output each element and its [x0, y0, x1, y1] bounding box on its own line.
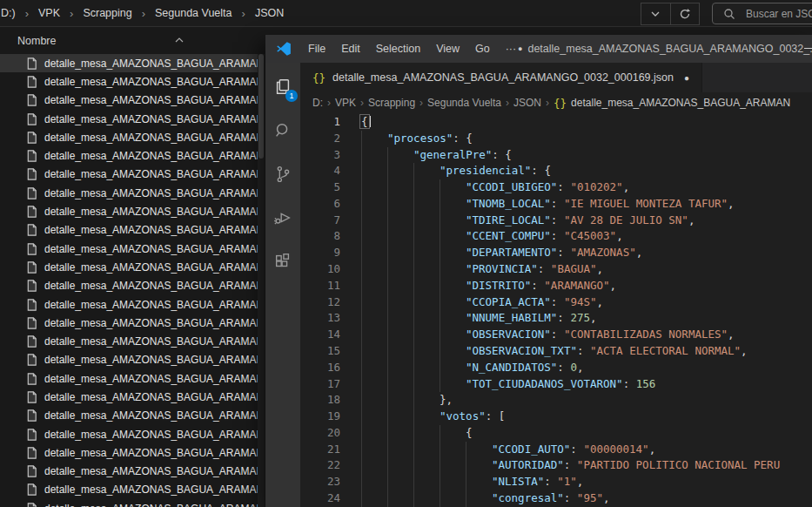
code-line[interactable]: 8"CCENT_COMPU": "C45003", — [300, 228, 812, 245]
extensions-icon[interactable] — [272, 251, 293, 272]
file-row[interactable]: detalle_mesa_AMAZONAS_BAGUA_ARAMANGO_ — [0, 351, 258, 369]
token-pn: , — [590, 311, 597, 324]
search-icon — [723, 8, 735, 20]
token-pn: : — [564, 491, 577, 504]
crumb-file-name[interactable]: detalle_mesa_AMAZONAS_BAGUA_ARAMAN — [571, 97, 790, 109]
token-key: "NLISTA" — [492, 475, 544, 488]
code-line[interactable]: 24"congresal": "95", — [300, 490, 812, 507]
file-row[interactable]: detalle_mesa_AMAZONAS_BAGUA_ARAMANGO_ — [0, 481, 258, 499]
breadcrumb-item-vpk[interactable]: VPK — [37, 6, 62, 20]
file-row[interactable]: detalle_mesa_AMAZONAS_BAGUA_ARAMANGO_ — [0, 166, 258, 184]
code-line[interactable]: 18}, — [300, 392, 812, 409]
file-list-scrollbar[interactable] — [258, 54, 265, 507]
crumb-vpk[interactable]: VPK — [335, 97, 356, 109]
file-icon — [25, 260, 38, 274]
code-line[interactable]: 5"CCODI_UBIGEO": "010202", — [300, 179, 812, 196]
crumb-drive[interactable]: D: — [312, 97, 323, 109]
file-icon — [25, 298, 38, 312]
file-icon — [25, 428, 38, 442]
token-key: "CCODI_UBIGEO" — [466, 180, 557, 193]
code-line[interactable]: 12"CCOPIA_ACTA": "94S", — [300, 294, 812, 311]
file-row[interactable]: detalle_mesa_AMAZONAS_BAGUA_ARAMANGO_ — [0, 91, 258, 110]
search-view-icon[interactable] — [272, 120, 293, 141]
token-pn: : — [551, 229, 564, 242]
file-row[interactable]: detalle_mesa_AMAZONAS_BAGUA_ARAMANGO_ — [0, 277, 258, 295]
indent-guides — [361, 442, 492, 458]
menu-edit[interactable]: Edit — [333, 35, 368, 63]
source-control-icon[interactable] — [272, 164, 293, 185]
refresh-button[interactable] — [670, 3, 700, 24]
scrollbar-thumb[interactable] — [258, 54, 264, 159]
code-line[interactable]: 10"PROVINCIA": "BAGUA", — [300, 261, 812, 278]
code-line[interactable]: 1{ — [300, 114, 812, 131]
file-row[interactable]: detalle_mesa_AMAZONAS_BAGUA_ARAMANGO_ — [0, 295, 258, 314]
file-row[interactable]: detalle_mesa_AMAZONAS_BAGUA_ARAMANGO_ — [0, 184, 258, 202]
tab-modified-dot-icon[interactable]: ● — [684, 73, 689, 83]
file-row[interactable]: detalle_mesa_AMAZONAS_BAGUA_ARAMANGO_ — [0, 146, 258, 165]
explorer-view-icon[interactable]: 1 — [272, 77, 293, 98]
address-dropdown-button[interactable] — [641, 3, 670, 24]
vscode-title-bar: File Edit Selection View Go ··· ● detall… — [265, 35, 812, 63]
line-number: 12 — [300, 294, 361, 311]
code-line[interactable]: 16"N_CANDIDATOS": 0, — [300, 360, 812, 376]
breadcrumb-item-segunda-vuelta[interactable]: Segunda Vuelta — [153, 6, 234, 20]
code-line[interactable]: 7"TDIRE_LOCAL": "AV 28 DE JULIO SN", — [300, 213, 812, 229]
code-line[interactable]: 14"OBSERVACION": "CONTABILIZADAS NORMALE… — [300, 327, 812, 343]
breadcrumb-item-drive[interactable]: D:) — [0, 6, 17, 20]
token-num: 275 — [570, 311, 590, 324]
crumb-segunda-vuelta[interactable]: Segunda Vuelta — [427, 97, 501, 109]
file-row[interactable]: detalle_mesa_AMAZONAS_BAGUA_ARAMANGO_ — [0, 388, 258, 406]
file-row[interactable]: detalle_mesa_AMAZONAS_BAGUA_ARAMANGO_ — [0, 332, 258, 350]
file-row[interactable]: detalle_mesa_AMAZONAS_BAGUA_ARAMANGO_ — [0, 463, 258, 481]
file-row[interactable]: detalle_mesa_AMAZONAS_BAGUA_ARAMANGO_ — [0, 369, 258, 388]
chevron-right-icon: › — [546, 97, 549, 109]
menu-file[interactable]: File — [300, 35, 333, 63]
menu-view[interactable]: View — [428, 35, 467, 63]
token-str: "CONTABILIZADAS NORMALES" — [564, 328, 728, 341]
code-line[interactable]: 9"DEPARTAMENTO": "AMAZONAS", — [300, 245, 812, 261]
file-row[interactable]: detalle_mesa_AMAZONAS_BAGUA_ARAMANGO_ — [0, 202, 258, 220]
tab-json-file[interactable]: {} detalle_mesa_AMAZONAS_BAGUA_ARAMANGO_… — [300, 63, 702, 92]
file-row[interactable]: detalle_mesa_AMAZONAS_BAGUA_ARAMANGO_ — [0, 314, 258, 332]
code-line[interactable]: 22"AUTORIDAD": "PARTIDO POLITICO NACIONA… — [300, 457, 812, 474]
token-pn: , — [597, 262, 604, 275]
breadcrumb-item-json[interactable]: JSON — [253, 6, 285, 20]
file-row[interactable]: detalle_mesa_AMAZONAS_BAGUA_ARAMANGO_ — [0, 72, 258, 91]
file-row[interactable]: detalle_mesa_AMAZONAS_BAGUA_ARAMANGO_ — [0, 128, 258, 146]
search-input[interactable] — [744, 7, 812, 21]
crumb-scrapping[interactable]: Scrapping — [368, 97, 415, 109]
minimize-button[interactable] — [804, 48, 812, 49]
menu-selection[interactable]: Selection — [368, 35, 428, 63]
file-row[interactable]: detalle_mesa_AMAZONAS_BAGUA_ARAMANGO_ — [0, 110, 258, 128]
file-row[interactable]: detalle_mesa_AMAZONAS_BAGUA_ARAMANGO_ — [0, 499, 258, 507]
code-line[interactable]: 20{ — [300, 425, 812, 442]
crumb-json-folder[interactable]: JSON — [513, 97, 541, 109]
file-row[interactable]: detalle_mesa_AMAZONAS_BAGUA_ARAMANGO_ — [0, 258, 258, 276]
code-line[interactable]: 6"TNOMB_LOCAL": "IE MIGUEL MONTEZA TAFUR… — [300, 196, 812, 213]
token-pn: : — [557, 246, 570, 259]
file-row[interactable]: detalle_mesa_AMAZONAS_BAGUA_ARAMANGO_ — [0, 54, 258, 72]
code-line[interactable]: 4"presidencial": { — [300, 163, 812, 179]
file-row[interactable]: detalle_mesa_AMAZONAS_BAGUA_ARAMANGO_ — [0, 240, 258, 258]
breadcrumb-item-scrapping[interactable]: Scrapping — [81, 6, 133, 20]
indent-guides — [361, 131, 387, 147]
code-line[interactable]: 19"votos": [ — [300, 409, 812, 425]
explorer-search-box[interactable] — [712, 3, 812, 24]
code-line[interactable]: 2"procesos": { — [300, 131, 812, 147]
run-debug-icon[interactable] — [272, 207, 293, 228]
file-name: detalle_mesa_AMAZONAS_BAGUA_ARAMANGO_ — [44, 465, 258, 477]
file-row[interactable]: detalle_mesa_AMAZONAS_BAGUA_ARAMANGO_ — [0, 443, 258, 462]
file-row[interactable]: detalle_mesa_AMAZONAS_BAGUA_ARAMANGO_ — [0, 425, 258, 443]
menu-go[interactable]: Go — [467, 35, 498, 63]
code-line[interactable]: 11"DISTRITO": "ARAMANGO", — [300, 278, 812, 294]
code-editor[interactable]: 1{2"procesos": {3"generalPre": {4"presid… — [300, 113, 812, 507]
code-line[interactable]: 13"NNUME_HABILM": 275, — [300, 310, 812, 327]
code-line[interactable]: 21"CCODI_AUTO": "00000014", — [300, 442, 812, 458]
file-row[interactable]: detalle_mesa_AMAZONAS_BAGUA_ARAMANGO_ — [0, 407, 258, 425]
code-line[interactable]: 17"TOT_CIUDADANOS_VOTARON": 156 — [300, 376, 812, 393]
column-header-name[interactable]: Nombre — [17, 35, 56, 47]
file-row[interactable]: detalle_mesa_AMAZONAS_BAGUA_ARAMANGO_ — [0, 221, 258, 240]
code-line[interactable]: 15"OBSERVACION_TXT": "ACTA ELECTORAL NOR… — [300, 343, 812, 360]
code-line[interactable]: 23"NLISTA": "1", — [300, 474, 812, 490]
code-line[interactable]: 3"generalPre": { — [300, 147, 812, 164]
